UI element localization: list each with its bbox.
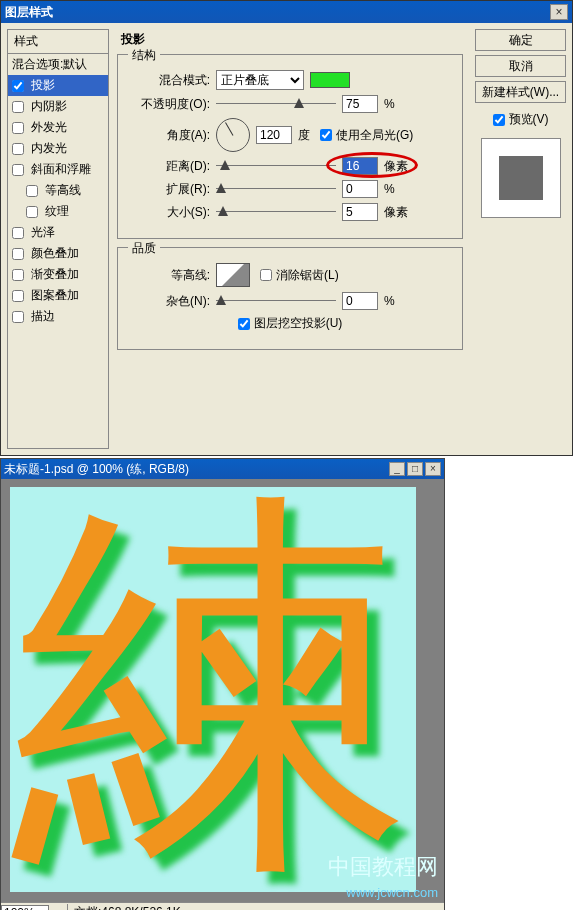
status-bar: ▸ 文档:468.8K/526.1K ▸ [1,902,444,910]
style-row-gradient-overlay[interactable]: 渐变叠加 [8,264,108,285]
noise-label: 杂色(N): [126,293,216,310]
spread-label: 扩展(R): [126,181,216,198]
opacity-input[interactable] [342,95,378,113]
style-checkbox[interactable] [12,164,24,176]
global-light-label: 使用全局光(G) [336,127,413,144]
style-row-inner-shadow[interactable]: 内阴影 [8,96,108,117]
minimize-icon[interactable]: _ [389,462,405,476]
style-checkbox[interactable] [12,227,24,239]
distance-unit: 像素 [384,158,408,175]
contour-picker[interactable] [216,263,250,287]
blend-mode-select[interactable]: 正片叠底 [216,70,304,90]
dialog-buttons: 确定 取消 新建样式(W)... 预览(V) [471,29,566,449]
blend-mode-label: 混合模式: [126,72,216,89]
style-checkbox[interactable] [12,311,24,323]
spread-slider[interactable] [216,181,336,197]
angle-dial[interactable] [216,118,250,152]
cancel-button[interactable]: 取消 [475,55,566,77]
style-checkbox[interactable] [12,80,24,92]
distance-input[interactable] [342,157,378,175]
ok-button[interactable]: 确定 [475,29,566,51]
knockout-label: 图层挖空投影(U) [254,315,343,332]
style-checkbox[interactable] [12,290,24,302]
maximize-icon[interactable]: □ [407,462,423,476]
style-checkbox[interactable] [12,122,24,134]
distance-label: 距离(D): [126,158,216,175]
zoom-input[interactable] [1,905,49,911]
style-row-inner-glow[interactable]: 内发光 [8,138,108,159]
size-input[interactable] [342,203,378,221]
zoom-menu-icon[interactable]: ▸ [49,906,63,911]
document-window: 未标题-1.psd @ 100% (练, RGB/8) _ □ × 練 練 ▸ … [0,458,445,910]
antialias-label: 消除锯齿(L) [276,267,339,284]
preview-swatch [499,156,543,200]
document-title: 未标题-1.psd @ 100% (练, RGB/8) [4,461,189,478]
dialog-titlebar[interactable]: 图层样式 × [1,1,572,23]
text-layer: 練 [13,490,413,890]
style-checkbox[interactable] [26,185,38,197]
style-row-bevel-emboss[interactable]: 斜面和浮雕 [8,159,108,180]
opacity-slider[interactable] [216,96,336,112]
style-row-texture[interactable]: 纹理 [8,201,108,222]
style-row-satin[interactable]: 光泽 [8,222,108,243]
styles-list: 样式 混合选项:默认 投影 内阴影 外发光 内发光 斜面和浮雕 等高线 纹理 光… [7,29,109,449]
style-preview-box [481,138,561,218]
shadow-color-swatch[interactable] [310,72,350,88]
watermark-text: 中国教程网 [328,852,438,882]
close-icon[interactable]: × [425,462,441,476]
layer-style-dialog: 图层样式 × 样式 混合选项:默认 投影 内阴影 外发光 内发光 斜面和浮雕 等… [0,0,573,456]
size-slider[interactable] [216,204,336,220]
preview-checkbox[interactable] [493,114,505,126]
style-checkbox[interactable] [26,206,38,218]
quality-legend: 品质 [128,240,160,257]
close-icon[interactable]: × [550,4,568,20]
document-info: 文档:468.8K/526.1K [67,904,181,910]
structure-legend: 结构 [128,47,160,64]
size-label: 大小(S): [126,204,216,221]
style-row-outer-glow[interactable]: 外发光 [8,117,108,138]
noise-input[interactable] [342,292,378,310]
opacity-label: 不透明度(O): [126,96,216,113]
info-menu-icon[interactable]: ▸ [181,906,195,911]
document-titlebar[interactable]: 未标题-1.psd @ 100% (练, RGB/8) _ □ × [1,459,444,479]
angle-unit: 度 [298,127,310,144]
noise-slider[interactable] [216,293,336,309]
style-checkbox[interactable] [12,269,24,281]
angle-label: 角度(A): [126,127,216,144]
styles-list-header[interactable]: 样式 [8,30,108,54]
spread-input[interactable] [342,180,378,198]
drop-shadow-settings: 投影 结构 混合模式: 正片叠底 不透明度(O): % 角度(A): [109,29,471,449]
style-checkbox[interactable] [12,143,24,155]
angle-input[interactable] [256,126,292,144]
style-row-stroke[interactable]: 描边 [8,306,108,327]
style-checkbox[interactable] [12,101,24,113]
spread-unit: % [384,182,395,196]
global-light-checkbox[interactable] [320,129,332,141]
contour-label: 等高线: [126,267,216,284]
new-style-button[interactable]: 新建样式(W)... [475,81,566,103]
style-checkbox[interactable] [12,248,24,260]
distance-slider[interactable] [216,158,336,174]
knockout-checkbox[interactable] [238,318,250,330]
dialog-title: 图层样式 [5,4,53,21]
style-row-contour[interactable]: 等高线 [8,180,108,201]
style-row-drop-shadow[interactable]: 投影 [8,75,108,96]
style-row-color-overlay[interactable]: 颜色叠加 [8,243,108,264]
noise-unit: % [384,294,395,308]
style-row-pattern-overlay[interactable]: 图案叠加 [8,285,108,306]
watermark-url: www.jcwcn.com [346,885,438,900]
opacity-unit: % [384,97,395,111]
antialias-checkbox[interactable] [260,269,272,281]
blending-options-row[interactable]: 混合选项:默认 [8,54,108,75]
preview-label: 预览(V) [509,111,549,128]
canvas[interactable]: 練 練 [10,487,416,892]
panel-title: 投影 [121,31,463,48]
size-unit: 像素 [384,204,408,221]
